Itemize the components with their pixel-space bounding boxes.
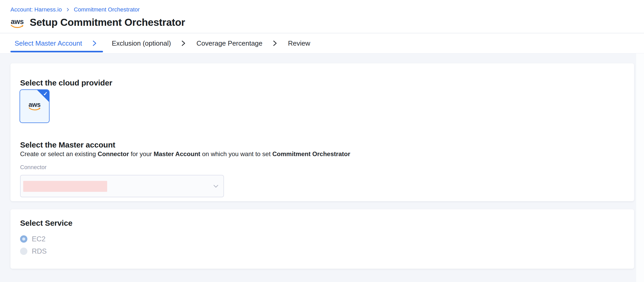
breadcrumb: Account: Harness.io Commitment Orchestra… <box>10 6 140 13</box>
check-icon: ✓ <box>43 91 48 97</box>
tab-select-master-account[interactable]: Select Master Account <box>10 33 103 53</box>
radio-label: EC2 <box>32 235 46 243</box>
connector-field-label: Connector <box>20 164 47 171</box>
tab-coverage-percentage[interactable]: Coverage Percentage <box>196 33 279 53</box>
connector-selected-value-redacted <box>23 181 107 192</box>
cloud-provider-heading: Select the cloud provider <box>20 78 112 87</box>
setup-commitment-orchestrator-page: Account: Harness.io Commitment Orchestra… <box>0 0 644 282</box>
chevron-right-icon <box>271 40 278 47</box>
master-account-description: Create or select an existing Connector f… <box>20 150 350 158</box>
service-radio-ec2[interactable]: EC2 <box>20 235 46 243</box>
tab-label[interactable]: Exclusion (optional) <box>112 39 171 47</box>
tab-label[interactable]: Coverage Percentage <box>197 39 263 47</box>
select-service-heading: Select Service <box>20 219 72 228</box>
radio-selected-icon[interactable] <box>20 235 27 243</box>
tab-review[interactable]: Review <box>287 33 311 53</box>
chevron-right-icon <box>65 7 70 12</box>
select-service-card: Select Service EC2 RDS <box>10 209 634 269</box>
wizard-tabstrip: Select Master Account Exclusion (optiona… <box>0 33 644 53</box>
page-title: Setup Commitment Orchestrator <box>30 17 185 28</box>
chevron-right-icon <box>91 40 98 47</box>
aws-logo-text: aws <box>11 18 24 25</box>
aws-smile-icon <box>28 107 41 111</box>
radio-unselected-icon[interactable] <box>20 248 27 255</box>
aws-logo: aws <box>28 101 41 111</box>
tab-label[interactable]: Review <box>288 39 310 47</box>
provider-tile-aws[interactable]: aws ✓ <box>20 89 50 123</box>
radio-label: RDS <box>32 247 47 255</box>
aws-smile-icon <box>10 24 24 29</box>
breadcrumb-link-commitment-orchestrator[interactable]: Commitment Orchestrator <box>74 6 140 13</box>
service-radio-rds[interactable]: RDS <box>20 248 47 255</box>
tab-exclusion-optional[interactable]: Exclusion (optional) <box>111 33 188 53</box>
tab-label[interactable]: Select Master Account <box>15 39 82 47</box>
aws-logo: aws <box>10 18 24 29</box>
chevron-right-icon <box>180 40 187 47</box>
chevron-down-icon <box>212 183 219 189</box>
scrollbar-gutter <box>636 53 644 282</box>
connector-select[interactable] <box>20 175 224 197</box>
master-account-card: Select the cloud provider aws ✓ Select t… <box>10 63 634 201</box>
master-account-heading: Select the Master account <box>20 140 115 149</box>
breadcrumb-link-account[interactable]: Account: Harness.io <box>10 6 62 13</box>
